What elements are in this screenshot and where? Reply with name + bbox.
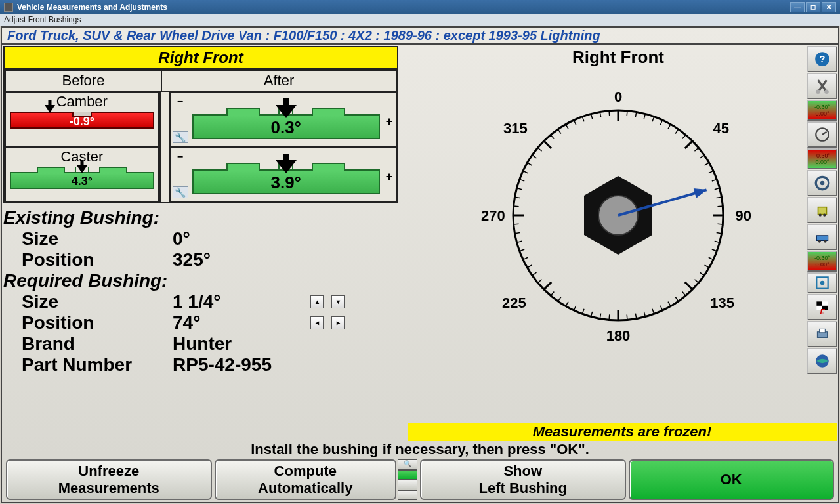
mini-gray1[interactable] xyxy=(398,480,417,490)
svg-line-28 xyxy=(685,282,692,289)
main-frame: Ford Truck, SUV & Rear Wheel Drive Van :… xyxy=(1,26,839,503)
position-stepper[interactable]: ◂ ▸ xyxy=(310,316,345,329)
svg-line-48 xyxy=(532,272,537,276)
svg-line-2 xyxy=(627,111,627,116)
minus-icon: − xyxy=(173,96,188,108)
unfreeze-label-2: Measurements xyxy=(58,480,159,497)
tool-gauge-button[interactable] xyxy=(807,121,837,148)
subtitle-bar: Adjust Front Bushings xyxy=(0,14,840,26)
tool-readings3-button[interactable]: -0.30°0.00° xyxy=(807,251,837,272)
svg-line-67 xyxy=(566,124,568,129)
status-bar: Measurements are frozen! xyxy=(408,423,837,441)
svg-line-33 xyxy=(652,309,654,314)
svg-point-86 xyxy=(819,213,822,216)
mini-green[interactable] xyxy=(398,470,417,480)
svg-line-43 xyxy=(566,302,568,306)
arrow-down-icon xyxy=(276,160,297,173)
size-up-button[interactable]: ▴ xyxy=(310,295,324,308)
show-left-button[interactable]: Show Left Bushing xyxy=(420,459,626,500)
svg-rect-85 xyxy=(818,207,827,215)
svg-text:?: ? xyxy=(819,53,825,64)
tool-target-button[interactable] xyxy=(807,272,837,293)
minimize-button[interactable]: — xyxy=(790,2,805,12)
bushing-info: Existing Bushing: Size 0° Position 325° … xyxy=(3,203,398,375)
subtitle-text: Adjust Front Bushings xyxy=(4,15,81,24)
required-position-label: Position xyxy=(22,312,173,333)
svg-rect-88 xyxy=(816,236,828,241)
svg-line-11 xyxy=(694,148,698,151)
wrench-icon[interactable]: 🔧 xyxy=(173,186,188,198)
camber-after-value: 0.3° xyxy=(194,117,379,138)
svg-text:E: E xyxy=(820,308,825,316)
arrow-down-icon xyxy=(45,105,55,113)
tool-scissors-button[interactable] xyxy=(807,73,837,99)
compute-button[interactable]: Compute Automatically xyxy=(215,459,397,500)
existing-position-label: Position xyxy=(22,249,173,270)
tick-90: 90 xyxy=(736,207,751,224)
tool-vehicle2-button[interactable] xyxy=(807,224,837,250)
dial-title: Right Front xyxy=(398,45,838,68)
arrow-down-icon xyxy=(276,105,297,118)
measurement-grid: Right Front Before After Camber xyxy=(3,46,398,203)
svg-point-87 xyxy=(823,213,826,216)
unfreeze-label-1: Unfreeze xyxy=(78,463,139,480)
window-title: Vehicle Measurements and Adjustments xyxy=(17,3,167,12)
svg-line-70 xyxy=(591,114,593,119)
tool-globe-button[interactable] xyxy=(807,348,837,374)
maximize-button[interactable]: ◻ xyxy=(806,2,820,12)
tool-vehicle-button[interactable] xyxy=(807,197,837,223)
svg-line-15 xyxy=(712,179,717,181)
vehicle-description: Ford Truck, SUV & Rear Wheel Drive Van :… xyxy=(2,28,838,45)
tick-270: 270 xyxy=(481,207,505,224)
svg-line-59 xyxy=(520,179,525,181)
svg-line-69 xyxy=(582,117,584,122)
required-size-label: Size xyxy=(22,291,173,312)
size-stepper[interactable]: ▴ ▾ xyxy=(310,295,345,308)
tool-print-button[interactable] xyxy=(807,321,837,347)
position-left-button[interactable]: ◂ xyxy=(310,316,324,329)
svg-line-30 xyxy=(675,297,679,302)
tool-readings2-button[interactable]: -0.30°0.00° xyxy=(807,148,837,169)
svg-line-60 xyxy=(523,171,528,173)
compute-mini-stack[interactable]: 🔍 xyxy=(398,459,417,500)
tool-readings1-button[interactable]: -0.30°0.00° xyxy=(807,100,837,121)
existing-header: Existing Bushing: xyxy=(3,207,398,228)
svg-line-34 xyxy=(644,312,645,317)
svg-line-63 xyxy=(537,148,541,151)
svg-line-14 xyxy=(709,171,713,173)
caster-before-cell: Caster 4.3° xyxy=(5,147,159,202)
zoom-icon[interactable]: 🔍 xyxy=(398,459,417,470)
svg-point-89 xyxy=(818,240,821,242)
help-button[interactable]: ? xyxy=(807,46,837,72)
app-icon xyxy=(4,3,13,12)
tick-0: 0 xyxy=(614,89,622,106)
caster-after-value: 3.9° xyxy=(194,173,379,193)
svg-line-66 xyxy=(558,129,561,134)
close-button[interactable]: ✕ xyxy=(822,2,836,12)
required-position-value: 74° xyxy=(173,312,310,333)
size-down-button[interactable]: ▾ xyxy=(331,295,345,308)
svg-point-79 xyxy=(816,89,820,94)
position-right-button[interactable]: ▸ xyxy=(331,316,345,329)
minus-icon: − xyxy=(173,151,188,163)
tool-steering-button[interactable] xyxy=(807,170,837,196)
tick-180: 180 xyxy=(606,327,631,345)
svg-line-68 xyxy=(574,120,576,125)
show-label-1: Show xyxy=(503,463,542,480)
partnum-label: Part Number xyxy=(22,354,173,375)
svg-line-40 xyxy=(591,312,593,317)
svg-line-24 xyxy=(709,257,713,259)
ok-button[interactable]: OK xyxy=(629,459,835,500)
tool-flag-button[interactable]: E xyxy=(807,294,837,320)
svg-line-54 xyxy=(514,224,519,224)
mini-gray2[interactable] xyxy=(398,490,417,501)
svg-point-90 xyxy=(824,240,826,242)
caster-before-arrow-icon xyxy=(80,160,83,165)
svg-line-29 xyxy=(682,291,686,295)
camber-before-cell: Camber -0.9° xyxy=(5,92,159,147)
ok-label: OK xyxy=(721,471,742,488)
svg-line-23 xyxy=(712,249,717,251)
svg-point-84 xyxy=(820,181,825,186)
wrench-icon[interactable]: 🔧 xyxy=(173,131,188,143)
unfreeze-button[interactable]: Unfreeze Measurements xyxy=(6,459,212,500)
